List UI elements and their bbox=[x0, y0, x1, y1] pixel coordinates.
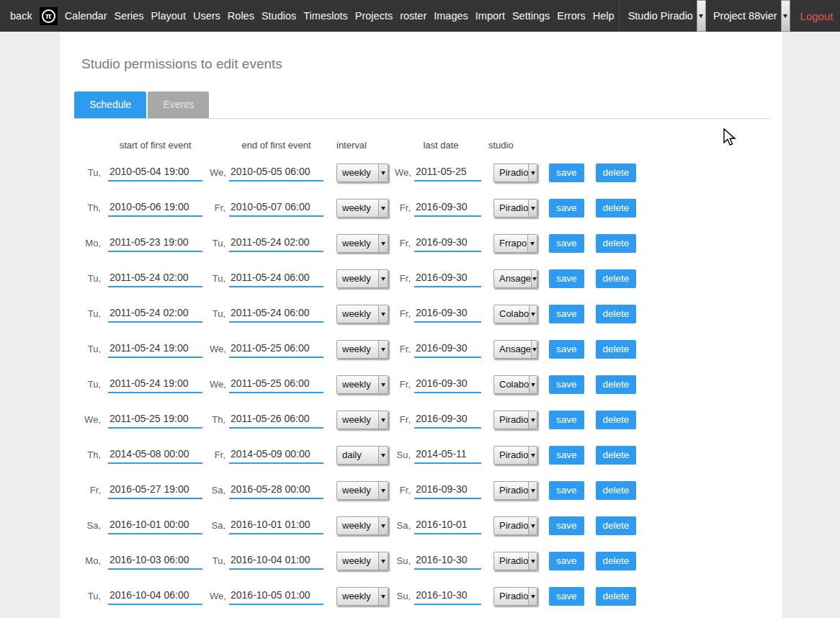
tab-schedule[interactable]: Schedule bbox=[74, 91, 146, 118]
end-input[interactable] bbox=[229, 482, 323, 499]
delete-button[interactable]: delete bbox=[596, 305, 637, 323]
interval-select[interactable]: daily bbox=[336, 446, 388, 465]
end-input[interactable] bbox=[229, 517, 323, 534]
delete-button[interactable]: delete bbox=[596, 587, 637, 606]
save-button[interactable]: save bbox=[549, 481, 584, 500]
delete-button[interactable]: delete bbox=[596, 516, 637, 535]
last-date-input[interactable] bbox=[414, 270, 481, 287]
last-date-input[interactable] bbox=[414, 411, 481, 429]
save-button[interactable]: save bbox=[549, 587, 584, 606]
start-input[interactable] bbox=[108, 411, 202, 429]
start-input[interactable] bbox=[108, 200, 202, 217]
last-date-input[interactable] bbox=[414, 341, 481, 358]
end-input[interactable] bbox=[229, 341, 323, 358]
save-button[interactable]: save bbox=[549, 552, 584, 570]
save-button[interactable]: save bbox=[549, 411, 584, 429]
nav-item-roles[interactable]: Roles bbox=[228, 10, 254, 22]
delete-button[interactable]: delete bbox=[596, 375, 637, 394]
nav-item-users[interactable]: Users bbox=[193, 10, 220, 22]
nav-item-studios[interactable]: Studios bbox=[262, 10, 296, 22]
save-button[interactable]: save bbox=[549, 164, 584, 182]
save-button[interactable]: save bbox=[549, 269, 584, 288]
studio-select[interactable]: Piradio bbox=[493, 164, 537, 182]
studio-select[interactable]: Piradio bbox=[493, 516, 537, 535]
end-input[interactable] bbox=[229, 588, 323, 605]
last-date-input[interactable] bbox=[414, 482, 481, 499]
interval-select[interactable]: weekly bbox=[336, 269, 388, 288]
end-input[interactable] bbox=[229, 235, 323, 252]
start-input[interactable] bbox=[108, 164, 202, 182]
project-dropdown[interactable]: Project 88vier bbox=[712, 0, 790, 32]
interval-select[interactable]: weekly bbox=[336, 481, 388, 500]
nav-item-playout[interactable]: Playout bbox=[151, 10, 186, 22]
save-button[interactable]: save bbox=[549, 446, 584, 465]
start-input[interactable] bbox=[108, 482, 202, 499]
interval-select[interactable]: weekly bbox=[336, 587, 388, 606]
end-input[interactable] bbox=[229, 411, 323, 429]
save-button[interactable]: save bbox=[549, 516, 584, 535]
studio-select[interactable]: Ansage bbox=[493, 340, 537, 359]
interval-select[interactable]: weekly bbox=[336, 552, 388, 570]
logout-link[interactable]: Logout bbox=[800, 10, 834, 22]
interval-select[interactable]: weekly bbox=[336, 516, 388, 535]
nav-item-timeslots[interactable]: Timeslots bbox=[303, 10, 348, 22]
nav-item-series[interactable]: Series bbox=[114, 10, 143, 22]
chevron-down-icon[interactable] bbox=[697, 0, 706, 32]
start-input[interactable] bbox=[108, 341, 202, 358]
delete-button[interactable]: delete bbox=[596, 234, 637, 253]
end-input[interactable] bbox=[229, 376, 323, 393]
interval-select[interactable]: weekly bbox=[336, 305, 388, 323]
nav-item-settings[interactable]: Settings bbox=[512, 10, 550, 22]
delete-button[interactable]: delete bbox=[596, 446, 637, 465]
save-button[interactable]: save bbox=[549, 305, 584, 323]
start-input[interactable] bbox=[108, 376, 202, 393]
start-input[interactable] bbox=[108, 552, 202, 570]
last-date-input[interactable] bbox=[414, 517, 481, 534]
studio-select[interactable]: Piradio bbox=[493, 411, 537, 429]
save-button[interactable]: save bbox=[549, 234, 584, 253]
end-input[interactable] bbox=[229, 200, 323, 217]
delete-button[interactable]: delete bbox=[596, 269, 637, 288]
end-input[interactable] bbox=[229, 164, 323, 182]
delete-button[interactable]: delete bbox=[596, 340, 637, 359]
last-date-input[interactable] bbox=[414, 235, 481, 252]
nav-item-images[interactable]: Images bbox=[434, 10, 468, 22]
nav-item-projects[interactable]: Projects bbox=[355, 10, 393, 22]
studio-select[interactable]: Piradio bbox=[493, 587, 537, 606]
pi-radio-logo-icon[interactable]: π bbox=[40, 7, 58, 25]
end-input[interactable] bbox=[229, 305, 323, 323]
interval-select[interactable]: weekly bbox=[336, 199, 388, 218]
studio-select[interactable]: Piradio bbox=[493, 199, 537, 218]
studio-select[interactable]: Colabo bbox=[493, 305, 537, 323]
chevron-down-icon[interactable] bbox=[781, 0, 790, 32]
delete-button[interactable]: delete bbox=[596, 199, 637, 218]
start-input[interactable] bbox=[108, 235, 202, 252]
nav-item-roster[interactable]: roster bbox=[400, 10, 426, 22]
nav-item-import[interactable]: Import bbox=[475, 10, 505, 22]
tab-events[interactable]: Events bbox=[148, 91, 209, 118]
end-input[interactable] bbox=[229, 552, 323, 570]
studio-select[interactable]: Piradio bbox=[493, 446, 537, 465]
studio-select[interactable]: Piradio bbox=[493, 552, 537, 570]
studio-select[interactable]: Ansage bbox=[493, 269, 537, 288]
interval-select[interactable]: weekly bbox=[336, 340, 388, 359]
save-button[interactable]: save bbox=[549, 375, 584, 394]
interval-select[interactable]: weekly bbox=[336, 164, 388, 182]
delete-button[interactable]: delete bbox=[596, 164, 637, 182]
last-date-input[interactable] bbox=[414, 447, 481, 464]
start-input[interactable] bbox=[108, 447, 202, 464]
studio-dropdown[interactable]: Studio Piradio bbox=[627, 0, 706, 32]
delete-button[interactable]: delete bbox=[596, 552, 637, 570]
start-input[interactable] bbox=[108, 305, 202, 323]
start-input[interactable] bbox=[108, 588, 202, 605]
end-input[interactable] bbox=[229, 270, 323, 287]
last-date-input[interactable] bbox=[414, 305, 481, 323]
delete-button[interactable]: delete bbox=[596, 411, 637, 429]
interval-select[interactable]: weekly bbox=[336, 234, 388, 253]
last-date-input[interactable] bbox=[414, 588, 481, 605]
nav-item-errors[interactable]: Errors bbox=[557, 10, 585, 22]
save-button[interactable]: save bbox=[549, 340, 584, 359]
nav-item-back[interactable]: back bbox=[10, 10, 32, 22]
studio-select[interactable]: Piradio bbox=[493, 481, 537, 500]
last-date-input[interactable] bbox=[414, 200, 481, 217]
